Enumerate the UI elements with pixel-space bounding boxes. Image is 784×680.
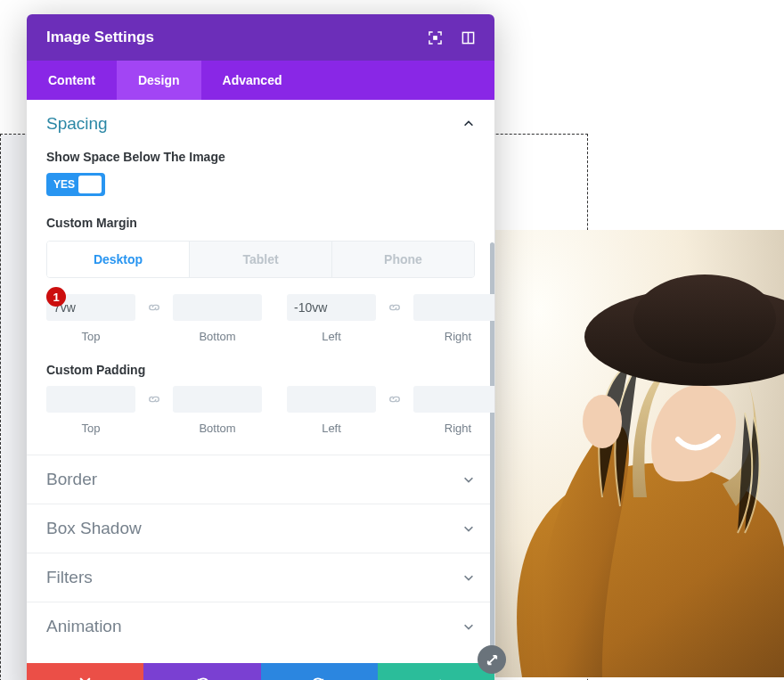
link-icon[interactable] [388, 294, 401, 321]
responsive-phone[interactable]: Phone [331, 242, 474, 277]
tab-advanced[interactable]: Advanced [201, 61, 304, 100]
chevron-down-icon [462, 522, 475, 535]
panel-title: Image Settings [46, 29, 154, 46]
custom-margin-label: Custom Margin [46, 216, 475, 230]
toggle-knob [78, 176, 102, 193]
panel-tabs: Content Design Advanced [27, 61, 494, 100]
cancel-button[interactable] [27, 663, 143, 680]
margin-bottom-label: Bottom [173, 330, 262, 343]
section-border-header[interactable]: Border [46, 470, 475, 489]
margin-left-label: Left [287, 330, 376, 343]
redo-icon [313, 676, 326, 681]
padding-bottom-input[interactable] [173, 386, 262, 413]
tab-content[interactable]: Content [27, 61, 117, 100]
close-icon [78, 676, 92, 681]
show-space-label: Show Space Below The Image [46, 150, 475, 164]
margin-right-label: Right [413, 330, 494, 343]
padding-bottom-label: Bottom [173, 422, 262, 435]
tab-design[interactable]: Design [117, 61, 201, 100]
panel-header: Image Settings [27, 14, 494, 61]
callout-marker: 1 [46, 287, 66, 307]
chevron-down-icon [462, 620, 475, 633]
chevron-up-icon [462, 118, 475, 130]
custom-padding-label: Custom Padding [46, 363, 475, 377]
responsive-desktop[interactable]: Desktop [47, 242, 189, 277]
link-icon[interactable] [148, 386, 160, 413]
responsive-tabs: Desktop Tablet Phone [46, 241, 475, 278]
section-filters-header[interactable]: Filters [46, 568, 475, 587]
panel-footer [27, 663, 494, 680]
link-icon[interactable] [148, 294, 160, 321]
content-image [495, 230, 784, 677]
section-spacing-title: Spacing [46, 114, 108, 134]
image-settings-panel: Image Settings Content Design Advanced 1… [27, 14, 494, 680]
padding-top-input[interactable] [46, 386, 135, 413]
section-border: Border [27, 455, 494, 504]
margin-top-label: Top [46, 330, 135, 343]
section-box-shadow-header[interactable]: Box Shadow [46, 519, 475, 538]
chevron-down-icon [462, 571, 475, 584]
svg-point-3 [583, 395, 622, 448]
toggle-text: YES [53, 178, 75, 191]
section-animation: Animation [27, 602, 494, 663]
resize-icon [486, 653, 499, 667]
section-spacing-header[interactable]: Spacing [46, 114, 475, 134]
confirm-button[interactable] [378, 663, 494, 680]
link-icon[interactable] [388, 386, 401, 413]
padding-top-label: Top [46, 422, 135, 435]
margin-bottom-input[interactable] [173, 294, 262, 321]
padding-left-input[interactable] [287, 386, 376, 413]
svg-rect-4 [433, 36, 437, 40]
margin-right-input[interactable] [413, 294, 494, 321]
show-space-toggle[interactable]: YES [46, 173, 105, 196]
svg-point-2 [633, 274, 776, 364]
check-icon [429, 676, 443, 681]
padding-left-label: Left [287, 422, 376, 435]
section-animation-header[interactable]: Animation [46, 617, 475, 636]
padding-right-label: Right [413, 422, 494, 435]
redo-button[interactable] [261, 663, 378, 680]
responsive-tablet[interactable]: Tablet [189, 242, 331, 277]
chevron-down-icon [462, 473, 475, 486]
expand-icon[interactable] [429, 31, 442, 45]
undo-button[interactable] [143, 663, 260, 680]
section-spacing: Spacing Show Space Below The Image YES C… [27, 100, 494, 455]
margin-grid: Top Bottom Left [46, 294, 475, 343]
section-filters: Filters [27, 553, 494, 602]
resize-handle[interactable] [478, 645, 506, 674]
undo-icon [195, 676, 208, 681]
padding-grid: Top Bottom Left [46, 386, 475, 435]
padding-right-input[interactable] [413, 386, 494, 413]
section-box-shadow: Box Shadow [27, 504, 494, 553]
panel-body: Spacing Show Space Below The Image YES C… [27, 100, 494, 663]
margin-left-input[interactable] [287, 294, 376, 321]
snap-icon[interactable] [461, 31, 475, 45]
